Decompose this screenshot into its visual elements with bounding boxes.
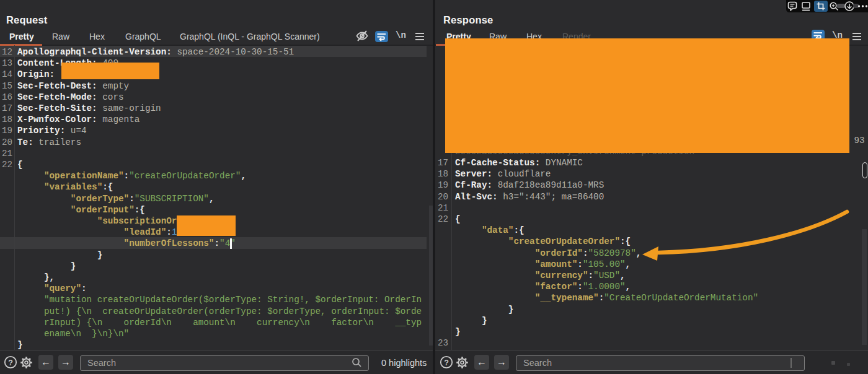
svg-text:?: ? [444, 359, 449, 367]
svg-text:?: ? [8, 359, 13, 367]
